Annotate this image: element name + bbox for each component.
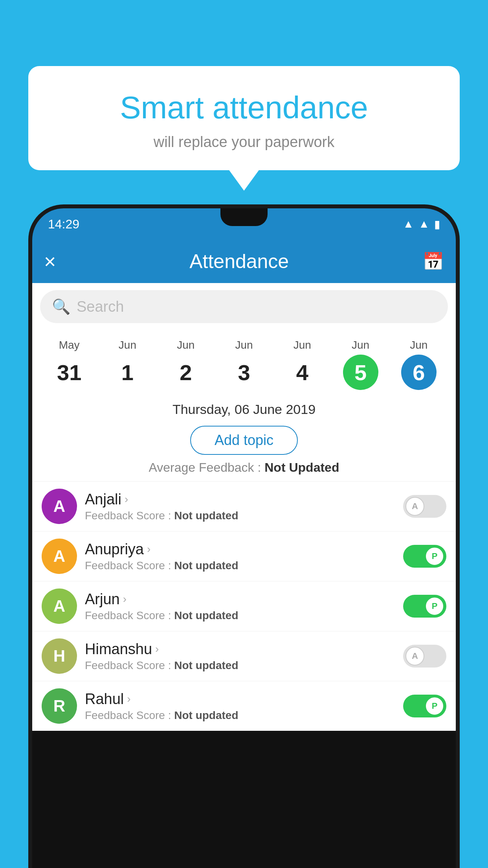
attendance-toggle[interactable]: P <box>403 595 446 618</box>
toggle-thumb: P <box>425 547 444 566</box>
toggle-wrap[interactable]: A <box>403 645 446 668</box>
month-label: Jun <box>294 339 311 351</box>
search-bar[interactable]: 🔍 Search <box>40 290 448 323</box>
avg-feedback-value: Not Updated <box>264 460 339 474</box>
day-number[interactable]: 2 <box>168 355 204 390</box>
search-placeholder: Search <box>77 298 124 315</box>
month-label: Jun <box>235 339 253 351</box>
toggle-thumb: P <box>425 697 444 715</box>
status-icons: ▲ ▲ ▮ <box>403 218 440 231</box>
chevron-icon: › <box>125 493 128 506</box>
toggle-thumb: A <box>405 497 424 516</box>
feedback-score: Feedback Score : Not updated <box>85 509 395 522</box>
speech-bubble: Smart attendance will replace your paper… <box>28 66 460 170</box>
date-strip: May31Jun1Jun2Jun3Jun4Jun5Jun6 <box>32 327 456 394</box>
battery-icon: ▮ <box>434 218 440 231</box>
student-info: Anjali ›Feedback Score : Not updated <box>85 491 395 522</box>
add-topic-button[interactable]: Add topic <box>190 426 298 455</box>
calendar-icon[interactable]: 📅 <box>422 251 444 272</box>
student-name: Anupriya › <box>85 541 395 558</box>
feedback-value: Not updated <box>174 509 238 522</box>
app-toolbar: × Attendance 📅 <box>32 240 456 283</box>
student-row[interactable]: HHimanshu ›Feedback Score : Not updatedA <box>32 631 456 681</box>
student-info: Anupriya ›Feedback Score : Not updated <box>85 541 395 572</box>
feedback-score: Feedback Score : Not updated <box>85 559 395 572</box>
student-row[interactable]: AArjun ›Feedback Score : Not updatedP <box>32 581 456 631</box>
chevron-icon: › <box>155 643 159 655</box>
toggle-wrap[interactable]: P <box>403 595 446 618</box>
day-number[interactable]: 5 <box>343 355 378 390</box>
attendance-toggle[interactable]: A <box>403 495 446 518</box>
month-label: Jun <box>410 339 427 351</box>
toolbar-title: Attendance <box>189 250 289 273</box>
status-bar: 14:29 ▲ ▲ ▮ <box>32 208 456 240</box>
chevron-icon: › <box>147 543 150 555</box>
toggle-wrap[interactable]: P <box>403 695 446 717</box>
feedback-score: Feedback Score : Not updated <box>85 609 395 622</box>
feedback-score: Feedback Score : Not updated <box>85 709 395 722</box>
date-col[interactable]: Jun1 <box>98 335 156 394</box>
student-info: Rahul ›Feedback Score : Not updated <box>85 691 395 722</box>
search-icon: 🔍 <box>52 298 70 315</box>
date-col[interactable]: Jun4 <box>273 335 331 394</box>
avg-feedback: Average Feedback : Not Updated <box>32 460 456 481</box>
toggle-wrap[interactable]: P <box>403 545 446 568</box>
student-row[interactable]: AAnjali ›Feedback Score : Not updatedA <box>32 481 456 531</box>
feedback-value: Not updated <box>174 659 238 671</box>
date-col[interactable]: Jun5 <box>331 335 389 394</box>
month-label: Jun <box>352 339 369 351</box>
feedback-score: Feedback Score : Not updated <box>85 659 395 672</box>
day-number[interactable]: 1 <box>110 355 145 390</box>
student-name: Rahul › <box>85 691 395 708</box>
day-number[interactable]: 4 <box>284 355 320 390</box>
student-row[interactable]: AAnupriya ›Feedback Score : Not updatedP <box>32 531 456 581</box>
notch <box>220 208 268 226</box>
selected-date: Thursday, 06 June 2019 <box>32 394 456 421</box>
status-time: 14:29 <box>48 217 79 232</box>
avatar: A <box>42 539 77 574</box>
wifi-icon: ▲ <box>403 218 414 230</box>
day-number[interactable]: 3 <box>226 355 262 390</box>
student-name: Anjali › <box>85 491 395 508</box>
day-number[interactable]: 31 <box>51 355 87 390</box>
avatar: H <box>42 638 77 674</box>
month-label: May <box>59 339 80 351</box>
screen-content: 🔍 Search May31Jun1Jun2Jun3Jun4Jun5Jun6 T… <box>32 283 456 731</box>
student-info: Himanshu ›Feedback Score : Not updated <box>85 641 395 672</box>
avg-feedback-label: Average Feedback : <box>149 460 261 474</box>
toggle-thumb: P <box>425 597 444 616</box>
student-name: Arjun › <box>85 591 395 608</box>
bubble-title: Smart attendance <box>44 90 444 126</box>
date-col[interactable]: Jun3 <box>215 335 273 394</box>
phone-inner: 14:29 ▲ ▲ ▮ × Attendance 📅 🔍 Search May3… <box>32 208 456 868</box>
student-info: Arjun ›Feedback Score : Not updated <box>85 591 395 622</box>
student-row[interactable]: RRahul ›Feedback Score : Not updatedP <box>32 681 456 731</box>
day-number[interactable]: 6 <box>401 355 437 390</box>
month-label: Jun <box>119 339 136 351</box>
student-list: AAnjali ›Feedback Score : Not updatedAAA… <box>32 481 456 731</box>
month-label: Jun <box>177 339 194 351</box>
attendance-toggle[interactable]: P <box>403 695 446 717</box>
student-name: Himanshu › <box>85 641 395 658</box>
date-col[interactable]: May31 <box>40 335 98 394</box>
add-topic-container: Add topic <box>32 421 456 460</box>
close-button[interactable]: × <box>44 250 56 273</box>
chevron-icon: › <box>127 693 130 705</box>
attendance-toggle[interactable]: P <box>403 545 446 568</box>
feedback-value: Not updated <box>174 609 238 622</box>
date-col[interactable]: Jun2 <box>157 335 215 394</box>
toggle-wrap[interactable]: A <box>403 495 446 518</box>
date-col[interactable]: Jun6 <box>390 335 448 394</box>
attendance-toggle[interactable]: A <box>403 645 446 668</box>
phone-frame: 14:29 ▲ ▲ ▮ × Attendance 📅 🔍 Search May3… <box>28 204 460 868</box>
bubble-subtitle: will replace your paperwork <box>44 134 444 151</box>
chevron-icon: › <box>123 593 127 605</box>
toggle-thumb: A <box>405 647 424 666</box>
signal-icon: ▲ <box>418 218 429 230</box>
feedback-value: Not updated <box>174 709 238 721</box>
feedback-value: Not updated <box>174 559 238 572</box>
avatar: A <box>42 489 77 524</box>
avatar: R <box>42 688 77 724</box>
avatar: A <box>42 588 77 624</box>
